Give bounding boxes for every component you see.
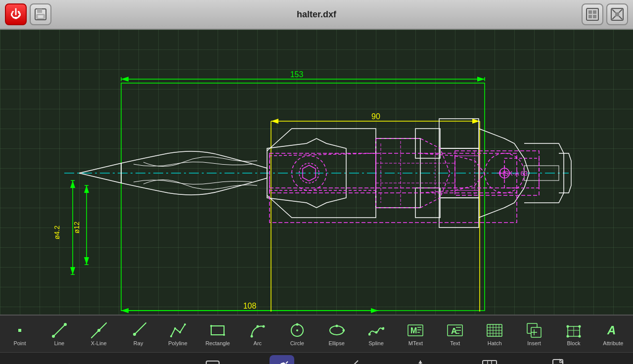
svg-marker-31 <box>84 185 89 193</box>
tool-xline[interactable]: X-Line <box>84 319 114 348</box>
svg-point-124 <box>578 335 581 338</box>
svg-rect-50 <box>439 198 479 228</box>
tool-line[interactable]: Line <box>45 319 74 348</box>
svg-text:90: 90 <box>371 112 380 121</box>
ray-label: Ray <box>134 340 143 346</box>
svg-marker-26 <box>70 267 75 274</box>
zoom-ext-button[interactable] <box>606 3 628 25</box>
spline-label: Spline <box>368 340 384 346</box>
polyline-label: Polyline <box>168 340 187 346</box>
point-label: Point <box>13 340 26 346</box>
svg-rect-3 <box>38 15 43 18</box>
ellipse-label: Ellipse <box>328 340 344 346</box>
svg-point-79 <box>179 331 181 333</box>
svg-text:108: 108 <box>243 302 257 310</box>
svg-marker-40 <box>271 119 278 124</box>
polyline-icon <box>169 321 187 339</box>
line-icon <box>50 321 68 339</box>
svg-rect-34 <box>121 83 485 311</box>
svg-rect-5 <box>588 10 592 14</box>
svg-rect-143 <box>553 360 563 364</box>
svg-marker-20 <box>477 77 485 82</box>
tool-rectangle[interactable]: Rectangle <box>202 319 233 348</box>
svg-text:A: A <box>607 323 616 337</box>
file-title: halter.dxf <box>297 9 336 20</box>
svg-point-122 <box>578 325 581 328</box>
svg-marker-32 <box>84 257 89 265</box>
tool-ellipse[interactable]: Ellipse <box>322 319 352 348</box>
measure-button[interactable] <box>339 355 363 364</box>
svg-point-88 <box>296 323 298 326</box>
canvas-area[interactable]: 153 ø4.2 ø12 108 90 <box>0 30 633 315</box>
svg-marker-25 <box>70 181 75 188</box>
point-icon <box>11 321 29 339</box>
insert-label: Insert <box>527 340 541 346</box>
pdf-button[interactable]: PDF <box>546 355 571 364</box>
save-button[interactable] <box>30 3 51 25</box>
tool-block[interactable]: Block <box>559 319 588 348</box>
circle-icon <box>288 321 306 339</box>
tool-spline[interactable]: Spline <box>362 319 391 348</box>
svg-point-121 <box>566 325 569 328</box>
hatch-icon <box>486 321 503 339</box>
text-icon: A <box>446 321 464 339</box>
drawing-svg: 153 ø4.2 ø12 108 90 <box>0 30 633 315</box>
tool-arc[interactable]: Arc <box>243 319 272 348</box>
svg-marker-134 <box>418 361 422 364</box>
redo-button[interactable] <box>131 355 156 364</box>
mtext-label: MText <box>408 340 423 346</box>
line-label: Line <box>54 340 64 346</box>
svg-rect-4 <box>587 8 598 20</box>
pan-button[interactable] <box>408 355 433 364</box>
svg-text:ø12: ø12 <box>73 222 81 233</box>
tool-attribute[interactable]: A Attribute <box>598 319 628 348</box>
svg-line-129 <box>286 362 288 364</box>
edit-button[interactable] <box>200 355 225 364</box>
power-button[interactable]: ⏻ <box>5 3 27 25</box>
svg-point-93 <box>368 333 371 336</box>
svg-point-92 <box>335 325 338 327</box>
xline-icon <box>90 321 108 339</box>
tool-insert[interactable]: Insert <box>519 319 549 348</box>
tool-hatch[interactable]: Hatch <box>480 319 509 348</box>
svg-rect-14 <box>615 12 619 16</box>
svg-rect-69 <box>18 329 21 332</box>
insert-icon <box>525 321 543 339</box>
block-icon <box>565 321 583 339</box>
grid-button[interactable] <box>477 355 502 364</box>
svg-point-78 <box>174 327 176 329</box>
tool-circle[interactable]: Circle <box>282 319 312 348</box>
svg-point-72 <box>64 323 67 326</box>
svg-rect-81 <box>211 326 224 335</box>
ray-icon <box>130 321 147 339</box>
svg-text:A: A <box>451 326 457 336</box>
titlebar-left: ⏻ <box>5 3 51 25</box>
hatch-label: Hatch <box>488 340 502 346</box>
tool-ray[interactable]: Ray <box>124 319 153 348</box>
svg-marker-37 <box>371 308 378 313</box>
titlebar-right <box>582 3 628 25</box>
undo-button[interactable] <box>62 355 87 364</box>
tool-polyline[interactable]: Polyline <box>163 319 193 348</box>
svg-point-94 <box>375 331 377 334</box>
svg-text:153: 153 <box>290 70 304 79</box>
text-label: Text <box>450 340 460 346</box>
svg-point-77 <box>170 335 172 337</box>
svg-rect-126 <box>206 361 219 364</box>
tool-text[interactable]: A Text <box>440 319 470 348</box>
tool-mtext[interactable]: M MText <box>401 319 430 348</box>
svg-point-91 <box>342 329 345 332</box>
svg-rect-1 <box>37 9 42 13</box>
ellipse-icon <box>328 321 346 339</box>
zoom-fit-button[interactable] <box>582 3 603 25</box>
arc-icon <box>249 321 267 339</box>
attribute-label: Attribute <box>603 340 623 346</box>
attribute-icon: A <box>604 321 622 339</box>
svg-point-85 <box>262 325 265 328</box>
tool-point[interactable]: Point <box>5 319 35 348</box>
svg-point-89 <box>296 329 298 331</box>
circle-label: Circle <box>290 340 304 346</box>
action-toolbar: PDF <box>0 352 633 364</box>
svg-rect-7 <box>588 15 592 18</box>
draw-button[interactable] <box>270 355 294 364</box>
